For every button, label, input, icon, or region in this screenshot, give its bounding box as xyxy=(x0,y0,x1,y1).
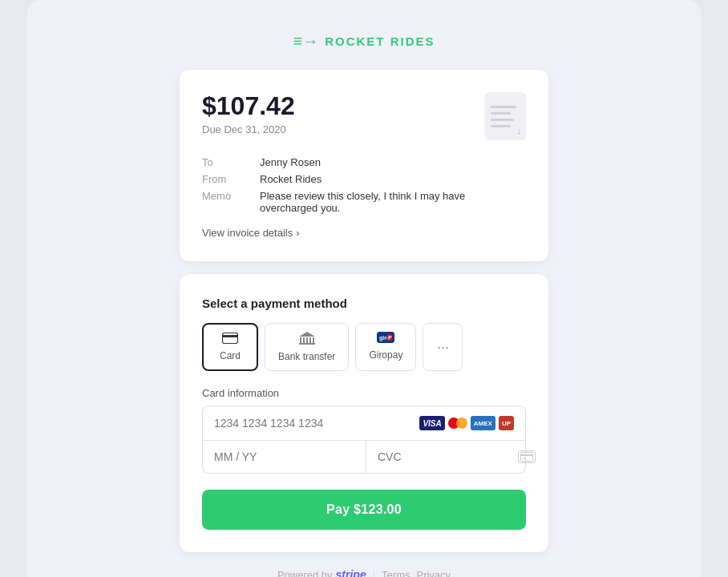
giropay-method-label: Giropay xyxy=(369,349,402,361)
card-method-label: Card xyxy=(220,350,241,361)
invoice-amount-section: $107.42 Due Dec 31, 2020 xyxy=(202,92,295,135)
card-expiry-input[interactable] xyxy=(203,441,366,473)
card-cvc-input[interactable] xyxy=(378,450,518,463)
view-invoice-link[interactable]: View invoice details › xyxy=(202,227,526,239)
payment-method-more[interactable]: ··· xyxy=(423,323,463,371)
doc-line-1 xyxy=(491,106,516,108)
svg-rect-3 xyxy=(303,337,305,343)
amex-icon: AMEX xyxy=(471,416,495,430)
doc-line-2 xyxy=(491,112,511,115)
card-icon xyxy=(222,333,238,347)
unionpay-icon: UP xyxy=(499,416,514,430)
footer: Powered by stripe | Terms Privacy xyxy=(277,568,451,577)
giropay-icon: giro P xyxy=(377,332,394,346)
svg-rect-1 xyxy=(222,335,238,337)
invoice-document-icon: ↓ xyxy=(484,92,526,140)
page-container: ≡→ ROCKET RIDES $107.42 Due Dec 31, 2020… xyxy=(27,0,701,577)
powered-by-text: Powered by xyxy=(277,569,333,578)
to-value: Jenny Rosen xyxy=(260,156,526,168)
stripe-logo: stripe xyxy=(336,568,366,577)
from-value: Rocket Rides xyxy=(260,173,526,185)
payment-card: Select a payment method Card xyxy=(180,274,548,552)
cvc-card-icon xyxy=(518,450,536,463)
visa-icon: VISA xyxy=(419,416,444,430)
invoice-due-date: Due Dec 31, 2020 xyxy=(202,123,295,135)
payment-section-title: Select a payment method xyxy=(202,297,526,310)
powered-by-stripe: Powered by stripe xyxy=(277,568,366,577)
svg-rect-5 xyxy=(309,337,311,343)
card-brand-icons: VISA AMEX UP xyxy=(419,416,514,430)
card-number-field-wrapper: VISA AMEX UP xyxy=(202,406,526,440)
svg-rect-0 xyxy=(223,333,238,344)
svg-rect-8 xyxy=(299,343,315,345)
logo-text: ROCKET RIDES xyxy=(325,34,435,48)
card-expiry-cvc-row xyxy=(202,440,526,474)
card-info-label: Card information xyxy=(202,387,526,399)
svg-rect-15 xyxy=(523,458,526,459)
svg-rect-2 xyxy=(300,337,301,343)
invoice-card: $107.42 Due Dec 31, 2020 ↓ To Jenny Rose… xyxy=(180,70,548,261)
svg-marker-7 xyxy=(299,332,315,337)
cvc-wrapper xyxy=(366,441,547,473)
svg-rect-6 xyxy=(313,337,314,343)
privacy-link[interactable]: Privacy xyxy=(416,569,451,578)
to-label: To xyxy=(202,156,250,168)
invoice-amount: $107.42 xyxy=(202,92,295,120)
invoice-header: $107.42 Due Dec 31, 2020 ↓ xyxy=(202,92,526,140)
svg-rect-13 xyxy=(521,453,533,462)
logo: ≡→ ROCKET RIDES xyxy=(293,32,435,50)
payment-method-bank[interactable]: Bank transfer xyxy=(265,323,349,371)
svg-rect-14 xyxy=(520,454,533,456)
memo-value: Please review this closely, I think I ma… xyxy=(260,190,526,214)
svg-rect-4 xyxy=(306,337,308,343)
invoice-details: To Jenny Rosen From Rocket Rides Memo Pl… xyxy=(202,156,526,214)
bank-method-label: Bank transfer xyxy=(278,351,335,362)
card-number-input[interactable] xyxy=(214,417,394,430)
memo-label: Memo xyxy=(202,190,250,214)
footer-divider: | xyxy=(373,569,375,578)
mc-right-circle xyxy=(456,418,467,429)
more-icon: ··· xyxy=(437,339,449,356)
chevron-right-icon: › xyxy=(296,227,299,239)
payment-methods: Card Bank transfer xyxy=(202,323,526,371)
terms-link[interactable]: Terms xyxy=(382,569,410,578)
payment-method-giropay[interactable]: giro P Giropay xyxy=(355,323,416,371)
payment-method-card[interactable]: Card xyxy=(202,323,258,371)
pay-button[interactable]: Pay $123.00 xyxy=(202,490,526,530)
svg-text:P: P xyxy=(388,335,392,341)
bank-icon xyxy=(299,332,315,348)
doc-line-3 xyxy=(491,119,514,121)
download-icon: ↓ xyxy=(517,126,522,135)
view-invoice-text: View invoice details xyxy=(202,227,293,239)
logo-icon: ≡→ xyxy=(293,32,318,50)
from-label: From xyxy=(202,173,250,185)
doc-line-4 xyxy=(491,125,511,127)
